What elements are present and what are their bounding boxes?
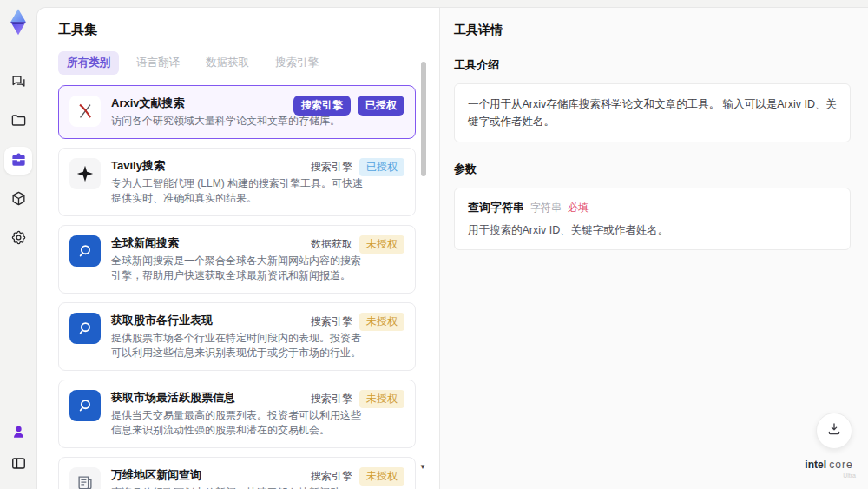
sidebar-item-package[interactable] <box>4 186 32 214</box>
arxiv-icon <box>69 96 101 127</box>
scroll-down-icon[interactable]: ▼ <box>419 463 426 471</box>
tool-card-stock-sectors[interactable]: 获取股市各行业表现 提供股票市场各个行业在特定时间段内的表现。投资者可以利用这些… <box>58 302 416 371</box>
tavily-star-icon <box>69 158 101 189</box>
param-required-badge: 必填 <box>568 201 589 215</box>
param-box: 查询字符串 字符串 必填 用于搜索的Arxiv ID、关键字或作者姓名。 <box>454 188 851 250</box>
tool-badges: 搜索引擎 未授权 <box>311 313 404 331</box>
sidebar-bottom <box>0 421 36 477</box>
page-title: 工具集 <box>58 22 439 38</box>
tool-desc: 提供当天交易量最高的股票列表。投资者可以利用这些信息来识别流动性强的股票和潜在的… <box>111 408 366 438</box>
brand-core-text: core <box>829 459 852 471</box>
param-name: 查询字符串 <box>468 200 524 215</box>
tool-card-arxiv[interactable]: Arxiv文献搜索 访问各个研究领域大量科学论文和文章的存储库。 搜索引擎 已授… <box>58 85 416 139</box>
tool-badges: 搜索引擎 未授权 <box>311 390 404 408</box>
list-scrollbar[interactable] <box>421 62 426 176</box>
gear-icon <box>10 229 27 249</box>
tab-language-translation[interactable]: 语言翻译 <box>128 51 188 75</box>
tool-card-regional-news[interactable]: 万维地区新闻查询 查询具体行政区划内的新闻，快速了解各地新闻动 搜索引擎 未授权 <box>58 457 416 489</box>
category-label: 搜索引擎 <box>311 392 352 406</box>
param-type: 字符串 <box>530 201 562 215</box>
intro-text: 一个用于从Arxiv存储库搜索科学论文和文章的工具。 输入可以是Arxiv ID… <box>468 96 837 130</box>
download-button[interactable] <box>816 413 852 449</box>
tool-badges: 搜索引擎 未授权 <box>311 467 404 486</box>
param-desc: 用于搜索的Arxiv ID、关键字或作者姓名。 <box>468 223 837 238</box>
auth-status-badge: 未授权 <box>359 390 404 408</box>
tool-desc: 查询具体行政区划内的新闻，快速了解各地新闻动 <box>111 486 340 489</box>
sidebar-item-toolbox[interactable] <box>4 147 32 175</box>
panel-toggle-icon <box>10 455 27 475</box>
category-label: 搜索引擎 <box>311 314 352 329</box>
tool-desc: 全球新闻搜索是一个聚合全球各大新闻网站内容的搜索引擎，帮助用户快速获取全球最新资… <box>111 254 366 283</box>
tool-desc: 提供股票市场各个行业在特定时间段内的表现。投资者可以利用这些信息来识别表现优于或… <box>111 331 366 360</box>
package-icon <box>10 190 27 210</box>
tool-card-active-stocks[interactable]: 获取市场最活跃股票信息 提供当天交易量最高的股票列表。投资者可以利用这些信息来识… <box>58 380 416 448</box>
sidebar-item-profile[interactable] <box>6 421 30 446</box>
intel-core-logo: intel core Ultra <box>799 456 859 479</box>
category-tabs: 所有类别 语言翻译 数据获取 搜索引擎 <box>58 51 439 75</box>
content-frame: 工具集 所有类别 语言翻译 数据获取 搜索引擎 Arxiv文献搜索 访问各个研究… <box>36 7 868 489</box>
auth-status-badge: 未授权 <box>359 313 404 331</box>
blue-search-icon <box>69 313 101 344</box>
intro-box: 一个用于从Arxiv存储库搜索科学论文和文章的工具。 输入可以是Arxiv ID… <box>454 83 851 142</box>
category-label: 搜索引擎 <box>311 160 352 175</box>
auth-status-badge: 未授权 <box>359 467 404 486</box>
auth-status-badge: 已授权 <box>358 96 404 116</box>
newspaper-icon <box>69 467 101 489</box>
blue-search-icon <box>69 235 101 267</box>
params-heading: 参数 <box>454 162 851 177</box>
category-badge: 搜索引擎 <box>293 96 351 116</box>
tool-badges: 搜索引擎 已授权 <box>293 96 404 116</box>
sidebar-item-folder[interactable] <box>4 108 32 135</box>
chat-icon <box>10 73 27 93</box>
sidebar-item-chat[interactable] <box>4 69 32 96</box>
param-header: 查询字符串 字符串 必填 <box>468 200 837 215</box>
auth-status-badge: 已授权 <box>359 158 404 176</box>
toolbox-icon <box>10 151 27 171</box>
folder-icon <box>10 112 27 132</box>
sidebar-nav <box>0 69 36 253</box>
tab-data-fetch[interactable]: 数据获取 <box>197 51 258 75</box>
brand-sub-text: Ultra <box>799 472 859 479</box>
tab-search-engine[interactable]: 搜索引擎 <box>266 51 327 75</box>
category-label: 数据获取 <box>311 237 352 252</box>
tool-detail-panel: 工具详情 工具介绍 一个用于从Arxiv存储库搜索科学论文和文章的工具。 输入可… <box>439 8 868 489</box>
sidebar-item-panel-toggle[interactable] <box>6 453 30 477</box>
blue-search-icon <box>69 390 101 421</box>
tool-list: Arxiv文献搜索 访问各个研究领域大量科学论文和文章的存储库。 搜索引擎 已授… <box>58 85 416 489</box>
sidebar-item-settings[interactable] <box>4 225 32 253</box>
sidebar <box>0 0 36 489</box>
tool-card-tavily[interactable]: Tavily搜索 专为人工智能代理 (LLM) 构建的搜索引擎工具。可快速提供实… <box>58 148 416 216</box>
brand-intel-text: intel <box>805 459 826 471</box>
tool-desc: 专为人工智能代理 (LLM) 构建的搜索引擎工具。可快速提供实时、准确和真实的结… <box>111 176 366 206</box>
detail-title: 工具详情 <box>454 23 851 38</box>
user-icon <box>10 424 27 444</box>
tab-all-categories[interactable]: 所有类别 <box>58 51 119 75</box>
tool-card-global-news[interactable]: 全球新闻搜索 全球新闻搜索是一个聚合全球各大新闻网站内容的搜索引擎，帮助用户快速… <box>58 225 416 294</box>
tool-badges: 数据获取 未授权 <box>311 235 404 254</box>
app-logo-icon[interactable] <box>5 8 31 36</box>
tool-badges: 搜索引擎 已授权 <box>311 158 404 176</box>
tool-list-panel: 工具集 所有类别 语言翻译 数据获取 搜索引擎 Arxiv文献搜索 访问各个研究… <box>37 8 439 489</box>
category-label: 搜索引擎 <box>311 469 352 484</box>
download-icon <box>826 421 842 440</box>
tool-desc: 访问各个研究领域大量科学论文和文章的存储库。 <box>111 114 340 129</box>
auth-status-badge: 未授权 <box>359 235 404 254</box>
tool-name: 万维地区新闻查询 <box>111 467 340 482</box>
intro-heading: 工具介绍 <box>454 57 851 73</box>
